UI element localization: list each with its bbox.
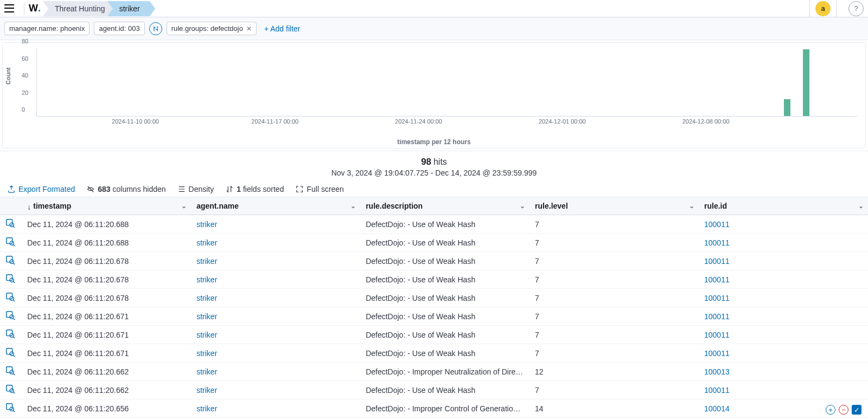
table-body: Dec 11, 2024 @ 06:11:20.688strikerDefect…: [0, 215, 868, 418]
chart-plot[interactable]: 0204060802024-11-10 00:002024-11-17 00:0…: [36, 48, 858, 117]
chart-x-axis-label: timestamp per 12 hours: [10, 138, 858, 146]
sort-button[interactable]: 1 fields sorted: [226, 185, 284, 193]
inspect-icon[interactable]: [5, 274, 15, 283]
agent-name-cell[interactable]: striker: [191, 289, 360, 307]
timestamp-cell: Dec 11, 2024 @ 06:11:20.678: [22, 270, 191, 289]
table-header-expand: [0, 197, 22, 215]
agent-name-cell[interactable]: striker: [191, 381, 360, 399]
columns-icon: [87, 185, 94, 193]
chart-panel: Count 0204060802024-11-10 00:002024-11-1…: [2, 42, 866, 148]
rule-level-cell: 7: [529, 215, 699, 234]
timestamp-cell: Dec 11, 2024 @ 06:11:20.688: [22, 234, 191, 252]
inspect-icon[interactable]: [5, 403, 15, 412]
table-toolbar: Export Formated 683 columns hidden Densi…: [0, 182, 868, 197]
top-header: W. Threat Hunting striker a ?: [0, 0, 868, 17]
sorted-count: 1: [237, 185, 241, 193]
breadcrumb-agent[interactable]: striker: [107, 1, 150, 16]
table-row: Dec 11, 2024 @ 06:11:20.671strikerDefect…: [0, 307, 868, 326]
filter-pill-manager-name[interactable]: manager.name: phoenix: [4, 22, 90, 35]
chevron-down-icon[interactable]: ⌄: [689, 202, 694, 210]
agent-name-cell[interactable]: striker: [191, 270, 360, 289]
inspect-icon[interactable]: [5, 384, 15, 394]
chevron-down-icon[interactable]: ⌄: [520, 202, 525, 210]
date-range: Nov 3, 2024 @ 19:04:07.725 - Dec 14, 202…: [0, 169, 868, 182]
agent-name-cell[interactable]: striker: [191, 363, 360, 381]
confirm-action-icon[interactable]: ✓: [852, 405, 861, 415]
inspect-icon[interactable]: [5, 292, 15, 302]
export-button[interactable]: Export Formated: [8, 185, 75, 193]
agent-name-cell[interactable]: striker: [191, 307, 360, 326]
table-row: Dec 11, 2024 @ 06:11:20.678strikerDefect…: [0, 270, 868, 289]
rule-description-cell: DefectDojo: - Use of Weak Hash: [360, 381, 529, 399]
table-header-timestamp[interactable]: ↓timestamp⌄: [22, 197, 191, 215]
rule-id-cell[interactable]: 100013: [699, 363, 868, 381]
help-icon[interactable]: ?: [848, 1, 864, 16]
rule-id-cell[interactable]: 100011: [699, 252, 868, 270]
rule-id-cell[interactable]: 100011: [699, 234, 868, 252]
svg-rect-20: [7, 404, 12, 410]
rule-id-cell[interactable]: 100011: [699, 381, 868, 399]
rule-id-cell[interactable]: 100011: [699, 289, 868, 307]
row-inspect-cell: [0, 215, 22, 234]
row-inspect-cell: [0, 270, 22, 289]
rule-description-cell: DefectDojo: - Use of Weak Hash: [360, 344, 529, 363]
agent-name-cell[interactable]: striker: [191, 326, 360, 344]
table-row: Dec 11, 2024 @ 06:11:20.662strikerDefect…: [0, 381, 868, 399]
chevron-down-icon[interactable]: ⌄: [181, 202, 187, 210]
inspect-icon[interactable]: [5, 347, 15, 357]
table-header-rule-id[interactable]: rule.id⌄: [699, 197, 868, 215]
chart-x-tick: 2024-11-10 00:00: [112, 118, 159, 125]
density-button[interactable]: Density: [178, 185, 214, 193]
columns-hidden-button[interactable]: 683 columns hidden: [87, 185, 165, 193]
rule-id-cell[interactable]: 100011: [699, 326, 868, 344]
agent-name-cell[interactable]: striker: [191, 215, 360, 234]
density-icon: [178, 185, 186, 193]
table-row: Dec 11, 2024 @ 06:11:20.678strikerDefect…: [0, 289, 868, 307]
filter-pill-rule-groups[interactable]: rule.groups: defectdojo ✕: [167, 22, 257, 35]
chart-bar[interactable]: [784, 99, 790, 117]
inspect-icon[interactable]: [5, 237, 15, 247]
breadcrumb-threat-hunting[interactable]: Threat Hunting: [43, 1, 115, 16]
agent-name-cell[interactable]: striker: [191, 252, 360, 270]
floating-actions: + − ✓: [826, 405, 861, 415]
table-header-rule-description[interactable]: rule.description⌄: [360, 197, 529, 215]
chart-y-tick: 40: [22, 72, 28, 79]
rule-id-cell[interactable]: 100011: [699, 215, 868, 234]
chart-y-tick: 20: [22, 89, 28, 96]
agent-name-cell[interactable]: striker: [191, 234, 360, 252]
filter-label: agent.id: 003: [99, 24, 139, 33]
inspect-icon[interactable]: [5, 366, 15, 376]
chevron-down-icon[interactable]: ⌄: [858, 202, 864, 210]
timestamp-cell: Dec 11, 2024 @ 06:11:20.662: [22, 381, 191, 399]
close-icon[interactable]: ✕: [246, 25, 252, 33]
filter-settings-icon[interactable]: [149, 22, 162, 35]
add-action-icon[interactable]: +: [826, 405, 835, 415]
chart-bar[interactable]: [803, 49, 809, 116]
add-filter-button[interactable]: + Add filter: [261, 22, 304, 35]
rule-id-cell[interactable]: 100011: [699, 270, 868, 289]
inspect-icon[interactable]: [5, 329, 15, 339]
rule-id-cell[interactable]: 100011: [699, 307, 868, 326]
timestamp-cell: Dec 11, 2024 @ 06:11:20.671: [22, 344, 191, 363]
inspect-icon[interactable]: [5, 218, 15, 228]
chart-y-axis-label: Count: [5, 67, 11, 85]
table-header-rule-level[interactable]: rule.level⌄: [529, 197, 699, 215]
table-header-agent-name[interactable]: agent.name⌄: [191, 197, 360, 215]
rule-description-cell: DefectDojo: - Use of Weak Hash: [360, 289, 529, 307]
avatar[interactable]: a: [815, 1, 831, 16]
fullscreen-button[interactable]: Full screen: [296, 185, 343, 193]
timestamp-cell: Dec 11, 2024 @ 06:11:20.678: [22, 252, 191, 270]
rule-level-cell: 7: [529, 326, 699, 344]
menu-icon[interactable]: [4, 3, 15, 14]
chart-x-tick: 2024-11-17 00:00: [251, 118, 298, 125]
app-logo[interactable]: W.: [29, 3, 41, 14]
inspect-icon[interactable]: [5, 311, 15, 320]
remove-action-icon[interactable]: −: [839, 405, 848, 415]
inspect-icon[interactable]: [5, 255, 15, 265]
row-inspect-cell: [0, 344, 22, 363]
agent-name-cell[interactable]: striker: [191, 344, 360, 363]
chevron-down-icon[interactable]: ⌄: [350, 202, 356, 210]
rule-id-cell[interactable]: 100011: [699, 344, 868, 363]
filter-pill-agent-id[interactable]: agent.id: 003: [94, 22, 144, 35]
agent-name-cell[interactable]: striker: [191, 399, 360, 418]
